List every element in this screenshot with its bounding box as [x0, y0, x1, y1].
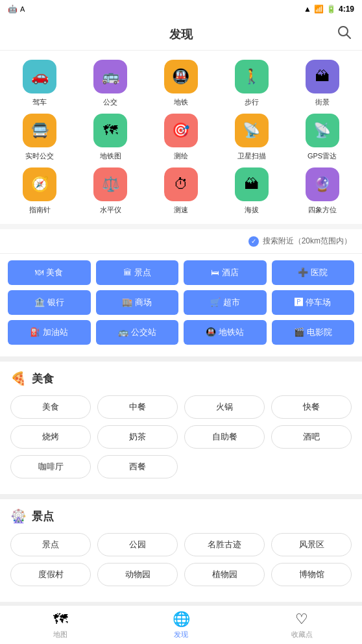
- cat-btn-1-1[interactable]: 🏬 商场: [96, 290, 179, 315]
- tag-food-0-3[interactable]: 快餐: [271, 395, 352, 419]
- search-icon[interactable]: [337, 25, 352, 43]
- nav-favorites-label: 收藏点: [291, 630, 313, 639]
- cat-btn-2-0[interactable]: ⛽ 加油站: [8, 320, 91, 345]
- icon-circle-6: 🗺: [93, 114, 127, 147]
- tag-attractions-1-0[interactable]: 度假村: [10, 563, 91, 586]
- icon-label-3: 步行: [245, 97, 259, 107]
- icon-item-12[interactable]: ⏱ 测速: [149, 167, 213, 215]
- tag-attractions-0-2[interactable]: 名胜古迹: [184, 533, 265, 556]
- icon-emoji-2: 🚇: [172, 68, 189, 85]
- section-food: 🍕 美食 美食中餐火锅快餐烧烤奶茶自助餐酒吧咖啡厅西餐: [0, 362, 362, 494]
- icon-circle-2: 🚇: [164, 60, 198, 93]
- icon-label-11: 水平仪: [100, 205, 121, 215]
- bottom-nav: 🗺 地图 🌐 发现 ♡ 收藏点: [0, 605, 362, 644]
- icon-emoji-13: 🏔: [245, 176, 259, 193]
- tag-attractions-0-1[interactable]: 公园: [97, 533, 178, 556]
- cat-btn-1-0[interactable]: 🏦 银行: [8, 290, 91, 315]
- tag-attractions-0-0[interactable]: 景点: [10, 533, 91, 556]
- app-icon: A: [20, 5, 25, 13]
- tag-row-attractions-1: 度假村动物园植物园博物馆: [10, 563, 352, 586]
- icon-item-14[interactable]: 🔮 四象方位: [290, 167, 354, 215]
- cat-buttons-container: 🍽 美食🏛 景点🛏 酒店➕ 医院🏦 银行🏬 商场🛒 超市🅿 停车场⛽ 加油站🚌 …: [8, 260, 354, 345]
- tag-food-0-2[interactable]: 火锅: [184, 395, 265, 419]
- svg-line-1: [347, 35, 351, 39]
- wifi-icon: ▲: [304, 5, 311, 14]
- tag-row-food-2: 咖啡厅西餐: [10, 455, 352, 478]
- tag-attractions-0-3[interactable]: 风景区: [271, 533, 352, 556]
- android-icon: 🤖: [8, 5, 18, 14]
- icon-item-1[interactable]: 🚌 公交: [78, 60, 143, 107]
- tag-food-1-0[interactable]: 烧烤: [10, 425, 91, 449]
- icon-emoji-4: 🏔: [315, 68, 330, 85]
- nav-favorites[interactable]: ♡ 收藏点: [241, 611, 362, 639]
- icon-circle-9: 📡: [306, 114, 339, 147]
- search-nearby-text: 搜索附近（20km范围内）: [263, 236, 352, 247]
- icon-circle-13: 🏔: [235, 167, 269, 201]
- status-bar: 🤖 A ▲ 📶 🔋 4:19: [0, 0, 362, 18]
- cat-btn-1-3[interactable]: 🅿 停车场: [272, 290, 355, 315]
- icon-grid-section: 🚗 驾车 🚌 公交 🚇 地铁 🚶 步行 🏔 街景 🚍 实时公交 🗺 地铁图: [0, 51, 362, 224]
- icon-item-0[interactable]: 🚗 驾车: [8, 60, 72, 107]
- section-attractions: 🎡 景点 景点公园名胜古迹风景区度假村动物园植物园博物馆: [0, 499, 362, 602]
- icon-emoji-1: 🚌: [102, 68, 119, 85]
- time: 4:19: [339, 5, 354, 14]
- tag-food-1-1[interactable]: 奶茶: [97, 425, 178, 449]
- tag-attractions-1-2[interactable]: 植物园: [184, 563, 265, 586]
- status-right: ▲ 📶 🔋 4:19: [304, 5, 354, 14]
- icon-item-5[interactable]: 🚍 实时公交: [8, 114, 72, 161]
- icon-item-6[interactable]: 🗺 地铁图: [78, 114, 143, 161]
- nav-discover[interactable]: 🌐 发现: [121, 611, 241, 639]
- discover-icon: 🌐: [173, 611, 190, 628]
- icon-item-10[interactable]: 🧭 指南针: [8, 167, 72, 215]
- icon-circle-12: ⏱: [164, 167, 198, 201]
- cat-btn-2-2[interactable]: 🚇 地铁站: [184, 320, 267, 345]
- cat-btn-0-3[interactable]: ➕ 医院: [272, 260, 355, 285]
- section-header-food: 🍕 美食: [10, 371, 352, 386]
- icon-circle-8: 📡: [235, 114, 269, 147]
- icon-label-9: GPS雷达: [308, 151, 337, 161]
- icon-grid: 🚗 驾车 🚌 公交 🚇 地铁 🚶 步行 🏔 街景 🚍 实时公交 🗺 地铁图: [8, 60, 354, 215]
- tag-food-0-0[interactable]: 美食: [10, 395, 91, 419]
- icon-label-0: 驾车: [32, 97, 47, 107]
- tag-attractions-1-1[interactable]: 动物园: [97, 563, 178, 586]
- tag-food-0-1[interactable]: 中餐: [97, 395, 178, 419]
- tag-food-1-3[interactable]: 酒吧: [271, 425, 352, 449]
- tag-attractions-1-3[interactable]: 博物馆: [271, 563, 352, 586]
- icon-item-7[interactable]: 🎯 测绘: [149, 114, 213, 161]
- cat-btn-0-0[interactable]: 🍽 美食: [8, 260, 91, 285]
- cat-btn-1-2[interactable]: 🛒 超市: [184, 290, 267, 315]
- cat-btn-0-2[interactable]: 🛏 酒店: [184, 260, 267, 285]
- tag-food-1-2[interactable]: 自助餐: [184, 425, 265, 449]
- icon-label-14: 四象方位: [308, 205, 337, 215]
- icon-label-1: 公交: [103, 97, 117, 107]
- icon-emoji-10: 🧭: [31, 176, 49, 193]
- favorites-icon: ♡: [295, 611, 308, 628]
- cat-btn-0-1[interactable]: 🏛 景点: [96, 260, 179, 285]
- icon-item-8[interactable]: 📡 卫星扫描: [219, 114, 284, 161]
- section-title-attractions: 景点: [32, 509, 54, 524]
- category-buttons-section: 🍽 美食🏛 景点🛏 酒店➕ 医院🏦 银行🏬 商场🛒 超市🅿 停车场⛽ 加油站🚌 …: [0, 254, 362, 356]
- section-title-food: 美食: [32, 371, 54, 386]
- search-nearby-bar[interactable]: ✓ 搜索附近（20km范围内）: [0, 229, 362, 254]
- tag-food-2-0[interactable]: 咖啡厅: [10, 455, 91, 478]
- icon-emoji-12: ⏱: [174, 176, 188, 193]
- icon-item-3[interactable]: 🚶 步行: [219, 60, 284, 107]
- icon-circle-1: 🚌: [93, 60, 127, 93]
- icon-item-11[interactable]: ⚖️ 水平仪: [78, 167, 143, 215]
- icon-item-2[interactable]: 🚇 地铁: [149, 60, 213, 107]
- icon-emoji-7: 🎯: [172, 122, 189, 139]
- signal-icon: 📶: [314, 5, 324, 14]
- icon-emoji-9: 📡: [313, 122, 331, 139]
- section-header-attractions: 🎡 景点: [10, 508, 352, 524]
- nav-map[interactable]: 🗺 地图: [0, 611, 121, 639]
- icon-item-9[interactable]: 📡 GPS雷达: [290, 114, 354, 161]
- cat-row-2: ⛽ 加油站🚌 公交站🚇 地铁站🎬 电影院: [8, 320, 354, 345]
- cat-btn-2-3[interactable]: 🎬 电影院: [272, 320, 355, 345]
- divider-section-0: [0, 494, 362, 499]
- section-icon-attractions: 🎡: [10, 508, 27, 524]
- icon-item-4[interactable]: 🏔 街景: [290, 60, 354, 107]
- tag-food-2-1[interactable]: 西餐: [97, 455, 178, 478]
- cat-btn-2-1[interactable]: 🚌 公交站: [96, 320, 179, 345]
- nav-map-label: 地图: [53, 630, 67, 639]
- icon-item-13[interactable]: 🏔 海拔: [219, 167, 284, 215]
